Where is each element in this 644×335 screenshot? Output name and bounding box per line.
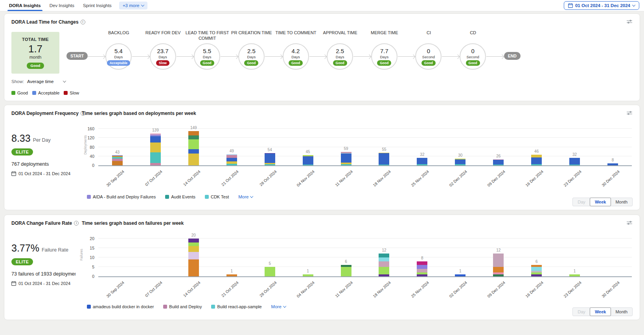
bar-25-nov-2024 <box>417 261 427 276</box>
bar-28-oct-2024 <box>265 267 275 276</box>
legend-item: Good <box>11 91 28 95</box>
toggle-week[interactable]: Week <box>590 307 611 316</box>
bar-segment <box>341 267 351 276</box>
failure-chart-title: Time series graph based on failures per … <box>82 220 184 226</box>
bar-segment <box>531 157 542 164</box>
settings-sliders-icon[interactable] <box>626 110 633 117</box>
bar-segment <box>188 242 199 246</box>
flow-arrow-icon <box>221 56 238 57</box>
total-time-status-badge: Good <box>27 63 44 69</box>
legend-more-link[interactable]: More <box>271 304 286 309</box>
stage-circle[interactable]: 23.7DaysSlow <box>150 43 176 70</box>
tab-dev-insights[interactable]: Dev Insights <box>45 0 79 11</box>
bar-value-label: 139 <box>147 128 163 132</box>
bar-04-nov-2024 <box>303 274 313 276</box>
bar-04-nov-2024 <box>303 155 313 165</box>
bar-segment <box>531 164 542 165</box>
y-axis-tick: 40 <box>80 154 94 159</box>
failure-stats-column: 3.77%Failure Rate ELITE 73 failures of 1… <box>11 242 79 286</box>
total-time-card: TOTAL TIME 1.7 month Good <box>11 32 59 74</box>
flow-arrow-icon <box>132 56 150 57</box>
settings-sliders-icon[interactable] <box>626 220 633 227</box>
flow-arrow-icon <box>398 56 416 57</box>
stage-status-badge: Good <box>377 60 391 66</box>
y-axis-tick: 15 <box>80 246 94 250</box>
bar-segment <box>531 267 542 271</box>
stage-value: 23.7 <box>157 48 168 54</box>
legend-label: Good <box>17 91 28 95</box>
gridline <box>98 267 632 267</box>
bar-segment <box>265 154 275 163</box>
toggle-week[interactable]: Week <box>590 198 611 206</box>
rate-value: 8.33 <box>11 133 31 144</box>
tab-dora-insights[interactable]: DORA Insights <box>5 0 45 11</box>
stage-unit: Days <box>247 55 256 59</box>
stage-status-badge: Slow <box>156 60 169 66</box>
bar-segment <box>379 153 389 164</box>
bar-segment <box>303 274 313 276</box>
panel-title-text: DORA Lead Time for Changes <box>11 19 79 25</box>
bar-28-oct-2024 <box>265 153 275 165</box>
stage-unit: Days <box>203 55 212 59</box>
stage-value: 0 <box>427 48 430 54</box>
stage-circle[interactable]: 2.5DaysGood <box>327 43 353 70</box>
panel-title-text: DORA Deployment Frequency <box>11 111 79 116</box>
bar-segment <box>417 261 427 265</box>
stage-circle[interactable]: 0SecondGood <box>460 43 486 70</box>
bar-segment <box>150 136 161 143</box>
info-icon[interactable]: i <box>74 221 79 226</box>
date-range-text: 01 Oct 2024 - 31 Dec 2024 <box>18 171 70 176</box>
pipeline-stage-time-to-comment: TIME TO COMMENT4.2DaysGood <box>283 30 309 70</box>
show-metric-selector[interactable]: Show: Average time <box>11 79 66 84</box>
bar-25-nov-2024 <box>417 158 427 165</box>
toggle-month[interactable]: Month <box>611 308 632 316</box>
bar-value-label: 26 <box>491 154 506 158</box>
bar-segment <box>188 135 199 139</box>
bar-segment <box>569 158 580 164</box>
info-icon[interactable]: i <box>81 20 85 24</box>
more-tabs-label: +3 more <box>123 3 140 8</box>
legend-swatch <box>64 91 68 95</box>
stage-status-badge: Good <box>421 60 436 66</box>
date-range-text: 01 Oct 2024 - 31 Dec 2024 <box>18 281 70 286</box>
bar-segment <box>226 274 237 276</box>
date-range-button[interactable]: 01 Oct 2024 - 31 Dec 2024 <box>564 1 639 10</box>
settings-sliders-icon[interactable] <box>626 19 633 26</box>
stage-circle[interactable]: 7.7DaysGood <box>371 43 397 70</box>
legend-more-link[interactable]: More <box>238 194 253 199</box>
bar-value-label: 8 <box>414 256 430 260</box>
legend-item: Audit Events <box>165 194 195 199</box>
bar-segment <box>493 160 504 165</box>
stage-circle[interactable]: 2.5DaysGood <box>238 43 265 70</box>
legend-swatch <box>87 305 91 309</box>
stage-circle[interactable]: 0SecondGood <box>415 43 442 70</box>
stage-circle[interactable]: 5.4DaysAcceptable <box>105 43 132 70</box>
failure-rate: 3.77%Failure Rate <box>11 242 79 254</box>
bar-segment <box>493 254 504 267</box>
bar-segment <box>607 163 618 165</box>
legend-swatch <box>11 91 15 95</box>
stage-circle[interactable]: 5.5DaysGood <box>194 43 220 70</box>
legend-item: Acceptable <box>32 91 59 95</box>
flow-arrow-icon <box>309 56 327 57</box>
tab-sprint-insights[interactable]: Sprint Insights <box>79 0 116 11</box>
legend-label: Build and Deploy <box>169 304 202 309</box>
calendar-icon <box>568 3 573 8</box>
deployment-frequency-panel: DORA Deployment Frequency i Time series … <box>4 105 640 210</box>
stage-circle[interactable]: 4.2DaysGood <box>283 43 309 70</box>
bar-segment <box>569 274 580 276</box>
bar-value-label: 12 <box>376 248 392 252</box>
deployment-date-range: 01 Oct 2024 - 31 Dec 2024 <box>11 171 79 176</box>
bar-segment <box>341 154 351 163</box>
bar-30-sep-2024 <box>112 155 123 165</box>
bar-segment <box>379 254 389 257</box>
bar-value-label: 12 <box>491 248 506 252</box>
stage-status-badge: Good <box>289 60 303 66</box>
y-axis-tick: 80 <box>80 145 94 150</box>
toggle-month[interactable]: Month <box>611 198 632 206</box>
y-axis-tick: 0 <box>80 163 94 168</box>
stage-name: CI <box>403 30 454 35</box>
bar-segment <box>379 261 389 267</box>
bar-segment <box>188 246 199 252</box>
more-tabs-chip[interactable]: +3 more <box>119 2 148 9</box>
